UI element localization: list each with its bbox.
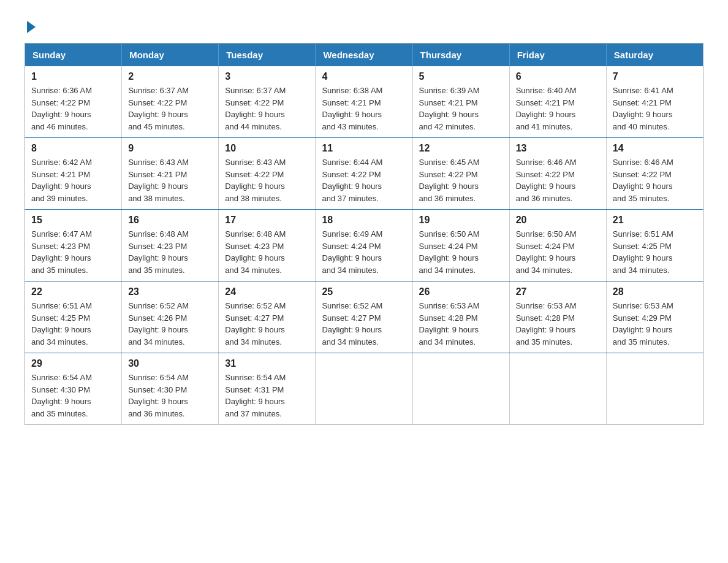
day-info: Sunrise: 6:52 AMSunset: 4:27 PMDaylight:… xyxy=(322,301,382,347)
calendar-cell: 16 Sunrise: 6:48 AMSunset: 4:23 PMDaylig… xyxy=(122,210,219,282)
weekday-header-row: SundayMondayTuesdayWednesdayThursdayFrid… xyxy=(25,44,703,67)
calendar-cell: 7 Sunrise: 6:41 AMSunset: 4:21 PMDayligh… xyxy=(606,66,703,138)
week-row-3: 15 Sunrise: 6:47 AMSunset: 4:23 PMDaylig… xyxy=(25,210,703,282)
day-info: Sunrise: 6:39 AMSunset: 4:21 PMDaylight:… xyxy=(419,86,480,131)
weekday-header-monday: Monday xyxy=(122,44,219,67)
week-row-5: 29 Sunrise: 6:54 AMSunset: 4:30 PMDaylig… xyxy=(25,353,703,425)
calendar-cell: 18 Sunrise: 6:49 AMSunset: 4:24 PMDaylig… xyxy=(316,210,412,282)
day-info: Sunrise: 6:50 AMSunset: 4:24 PMDaylight:… xyxy=(516,229,577,275)
day-number: 19 xyxy=(419,215,503,226)
calendar-cell: 26 Sunrise: 6:53 AMSunset: 4:28 PMDaylig… xyxy=(412,282,509,353)
calendar-cell: 31 Sunrise: 6:54 AMSunset: 4:31 PMDaylig… xyxy=(219,353,316,425)
day-info: Sunrise: 6:45 AMSunset: 4:22 PMDaylight:… xyxy=(419,158,480,203)
day-number: 21 xyxy=(613,215,697,226)
calendar-cell: 20 Sunrise: 6:50 AMSunset: 4:24 PMDaylig… xyxy=(509,210,606,282)
calendar-cell: 24 Sunrise: 6:52 AMSunset: 4:27 PMDaylig… xyxy=(219,282,316,353)
day-info: Sunrise: 6:44 AMSunset: 4:22 PMDaylight:… xyxy=(322,158,382,203)
calendar-cell: 29 Sunrise: 6:54 AMSunset: 4:30 PMDaylig… xyxy=(25,353,122,425)
day-info: Sunrise: 6:41 AMSunset: 4:21 PMDaylight:… xyxy=(613,86,673,131)
calendar-cell: 8 Sunrise: 6:42 AMSunset: 4:21 PMDayligh… xyxy=(25,138,122,210)
calendar-cell: 2 Sunrise: 6:37 AMSunset: 4:22 PMDayligh… xyxy=(122,66,219,138)
day-number: 26 xyxy=(419,286,503,297)
weekday-header-saturday: Saturday xyxy=(606,44,703,67)
calendar-cell: 3 Sunrise: 6:37 AMSunset: 4:22 PMDayligh… xyxy=(219,66,316,138)
day-info: Sunrise: 6:48 AMSunset: 4:23 PMDaylight:… xyxy=(128,229,189,275)
day-info: Sunrise: 6:52 AMSunset: 4:26 PMDaylight:… xyxy=(128,301,189,347)
calendar-cell: 13 Sunrise: 6:46 AMSunset: 4:22 PMDaylig… xyxy=(509,138,606,210)
day-number: 28 xyxy=(613,286,697,297)
day-info: Sunrise: 6:38 AMSunset: 4:21 PMDaylight:… xyxy=(322,86,382,131)
calendar-cell: 15 Sunrise: 6:47 AMSunset: 4:23 PMDaylig… xyxy=(25,210,122,282)
weekday-header-wednesday: Wednesday xyxy=(316,44,412,67)
day-number: 31 xyxy=(225,358,309,369)
day-number: 29 xyxy=(31,358,115,369)
calendar-table: SundayMondayTuesdayWednesdayThursdayFrid… xyxy=(25,43,703,425)
day-info: Sunrise: 6:49 AMSunset: 4:24 PMDaylight:… xyxy=(322,229,382,275)
day-info: Sunrise: 6:53 AMSunset: 4:28 PMDaylight:… xyxy=(419,301,480,347)
day-info: Sunrise: 6:43 AMSunset: 4:21 PMDaylight:… xyxy=(128,158,189,203)
calendar-cell: 9 Sunrise: 6:43 AMSunset: 4:21 PMDayligh… xyxy=(122,138,219,210)
day-info: Sunrise: 6:50 AMSunset: 4:24 PMDaylight:… xyxy=(419,229,480,275)
day-number: 6 xyxy=(516,71,600,82)
day-number: 4 xyxy=(322,71,406,82)
day-number: 12 xyxy=(419,143,503,154)
day-number: 20 xyxy=(516,215,600,226)
weekday-header-tuesday: Tuesday xyxy=(219,44,316,67)
day-info: Sunrise: 6:37 AMSunset: 4:22 PMDaylight:… xyxy=(128,86,189,131)
day-info: Sunrise: 6:42 AMSunset: 4:21 PMDaylight:… xyxy=(31,158,92,203)
day-info: Sunrise: 6:51 AMSunset: 4:25 PMDaylight:… xyxy=(613,229,673,275)
day-info: Sunrise: 6:48 AMSunset: 4:23 PMDaylight:… xyxy=(225,229,286,275)
calendar-cell xyxy=(412,353,509,425)
day-number: 18 xyxy=(322,215,406,226)
calendar-cell: 23 Sunrise: 6:52 AMSunset: 4:26 PMDaylig… xyxy=(122,282,219,353)
calendar-cell: 21 Sunrise: 6:51 AMSunset: 4:25 PMDaylig… xyxy=(606,210,703,282)
day-info: Sunrise: 6:40 AMSunset: 4:21 PMDaylight:… xyxy=(516,86,577,131)
calendar-cell: 25 Sunrise: 6:52 AMSunset: 4:27 PMDaylig… xyxy=(316,282,412,353)
calendar-cell xyxy=(606,353,703,425)
week-row-2: 8 Sunrise: 6:42 AMSunset: 4:21 PMDayligh… xyxy=(25,138,703,210)
day-info: Sunrise: 6:53 AMSunset: 4:28 PMDaylight:… xyxy=(516,301,577,347)
day-number: 7 xyxy=(613,71,697,82)
calendar-cell: 22 Sunrise: 6:51 AMSunset: 4:25 PMDaylig… xyxy=(25,282,122,353)
day-number: 2 xyxy=(128,71,212,82)
day-number: 27 xyxy=(516,286,600,297)
calendar-cell: 28 Sunrise: 6:53 AMSunset: 4:29 PMDaylig… xyxy=(606,282,703,353)
calendar-cell: 14 Sunrise: 6:46 AMSunset: 4:22 PMDaylig… xyxy=(606,138,703,210)
day-number: 1 xyxy=(31,71,115,82)
day-number: 25 xyxy=(322,286,406,297)
day-info: Sunrise: 6:37 AMSunset: 4:22 PMDaylight:… xyxy=(225,86,286,131)
day-info: Sunrise: 6:53 AMSunset: 4:29 PMDaylight:… xyxy=(613,301,673,347)
calendar-cell xyxy=(509,353,606,425)
day-number: 5 xyxy=(419,71,503,82)
calendar-cell: 6 Sunrise: 6:40 AMSunset: 4:21 PMDayligh… xyxy=(509,66,606,138)
calendar-cell: 4 Sunrise: 6:38 AMSunset: 4:21 PMDayligh… xyxy=(316,66,412,138)
day-info: Sunrise: 6:54 AMSunset: 4:31 PMDaylight:… xyxy=(225,373,286,418)
calendar-cell: 1 Sunrise: 6:36 AMSunset: 4:22 PMDayligh… xyxy=(25,66,122,138)
day-number: 24 xyxy=(225,286,309,297)
day-number: 13 xyxy=(516,143,600,154)
day-info: Sunrise: 6:54 AMSunset: 4:30 PMDaylight:… xyxy=(128,373,189,418)
calendar-cell: 30 Sunrise: 6:54 AMSunset: 4:30 PMDaylig… xyxy=(122,353,219,425)
day-info: Sunrise: 6:46 AMSunset: 4:22 PMDaylight:… xyxy=(516,158,577,203)
calendar-cell xyxy=(316,353,412,425)
weekday-header-friday: Friday xyxy=(509,44,606,67)
day-number: 14 xyxy=(613,143,697,154)
day-number: 10 xyxy=(225,143,309,154)
day-info: Sunrise: 6:51 AMSunset: 4:25 PMDaylight:… xyxy=(31,301,92,347)
logo xyxy=(25,18,36,31)
week-row-4: 22 Sunrise: 6:51 AMSunset: 4:25 PMDaylig… xyxy=(25,282,703,353)
day-number: 11 xyxy=(322,143,406,154)
calendar-cell: 5 Sunrise: 6:39 AMSunset: 4:21 PMDayligh… xyxy=(412,66,509,138)
day-number: 3 xyxy=(225,71,309,82)
day-number: 17 xyxy=(225,215,309,226)
calendar-cell: 19 Sunrise: 6:50 AMSunset: 4:24 PMDaylig… xyxy=(412,210,509,282)
week-row-1: 1 Sunrise: 6:36 AMSunset: 4:22 PMDayligh… xyxy=(25,66,703,138)
page-header xyxy=(25,18,703,31)
calendar-cell: 17 Sunrise: 6:48 AMSunset: 4:23 PMDaylig… xyxy=(219,210,316,282)
calendar-cell: 27 Sunrise: 6:53 AMSunset: 4:28 PMDaylig… xyxy=(509,282,606,353)
calendar-cell: 11 Sunrise: 6:44 AMSunset: 4:22 PMDaylig… xyxy=(316,138,412,210)
weekday-header-thursday: Thursday xyxy=(412,44,509,67)
logo-arrow-icon xyxy=(27,21,36,33)
day-number: 8 xyxy=(31,143,115,154)
day-number: 15 xyxy=(31,215,115,226)
